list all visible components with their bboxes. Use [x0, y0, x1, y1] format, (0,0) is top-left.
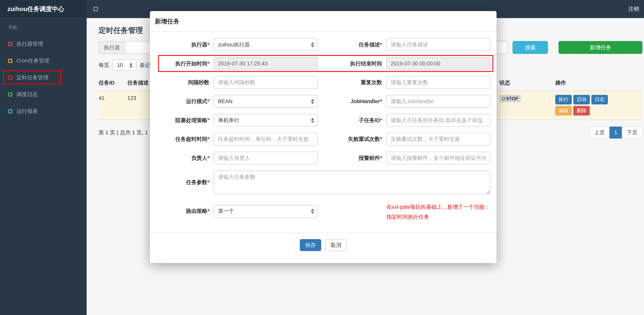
executor-label: 执行器*: [156, 41, 210, 48]
sidebar: 导航 执行器管理 Cron任务管理 定时任务管理 调度日志 运行报表: [0, 18, 87, 315]
sidebar-item-run-report[interactable]: 运行报表: [0, 103, 87, 120]
start-time-label: 执行开始时间*: [156, 60, 210, 67]
app-brand: zuihou任务调度中心: [0, 0, 87, 18]
select-arrows-icon: [311, 42, 314, 47]
sidebar-item-label: 定时任务管理: [16, 74, 48, 81]
sidebar-item-schedule-log[interactable]: 调度日志: [0, 86, 87, 103]
next-page-button[interactable]: 下页: [622, 127, 642, 139]
feature-note-line2: 指定时间执行任务: [386, 212, 490, 222]
logout-link[interactable]: 注销: [628, 6, 639, 13]
alarm-email-label: 报警邮件*: [318, 154, 382, 162]
fail-retry-input[interactable]: [386, 133, 490, 146]
sidebar-item-timed-task-management[interactable]: 定时任务管理: [0, 69, 87, 86]
timeout-input[interactable]: [214, 133, 318, 146]
repeat-input[interactable]: [386, 76, 490, 89]
block-strategy-label: 阻塞处理策略*: [156, 117, 210, 124]
nav-section-label: 导航: [0, 18, 87, 35]
row-actions: 执行 启动 日志 编辑 删除: [555, 95, 613, 116]
sidebar-item-label: 调度日志: [16, 91, 38, 98]
alarm-email-input[interactable]: [386, 152, 490, 164]
job-desc-label: 任务描述*: [318, 41, 382, 48]
col-job-id: 任务ID: [99, 76, 128, 91]
executor-select-value: zuihou执行器: [218, 41, 250, 48]
child-job-id-label: 子任务ID*: [318, 117, 382, 124]
run-mode-select[interactable]: BEAN: [214, 95, 318, 108]
col-status: 状态: [499, 76, 555, 91]
sidebar-item-cron-task-management[interactable]: Cron任务管理: [0, 52, 87, 69]
block-strategy-select-value: 单机串行: [218, 117, 239, 124]
per-page-select[interactable]: 10: [112, 60, 136, 71]
route-strategy-label: 路由策略*: [156, 207, 210, 215]
sidebar-item-label: 执行器管理: [16, 40, 43, 47]
save-button[interactable]: 保存: [300, 239, 321, 251]
job-desc-input[interactable]: [386, 38, 490, 51]
child-job-id-input[interactable]: [386, 114, 490, 127]
feature-note-line1: 在xxl-jobs项目的基础上，新增了一个功能：: [386, 202, 490, 212]
repeat-label: 重复次数: [318, 79, 382, 86]
job-params-textarea[interactable]: [214, 170, 490, 194]
pager: 上页 1 下页: [589, 127, 642, 139]
add-task-button[interactable]: 新增任务: [559, 41, 642, 54]
executor-select[interactable]: zuihou执行器: [214, 38, 318, 51]
pagination-summary: 第 1 页 ( 总共 1 页, 1: [99, 129, 148, 136]
delete-button[interactable]: 删除: [574, 106, 590, 116]
job-handler-label: JobHandler*: [318, 98, 382, 105]
datetime-row: 执行开始时间* 执行结束时间: [156, 57, 490, 70]
sidebar-toggle-icon[interactable]: [94, 7, 98, 11]
sidebar-item-label: Cron任务管理: [16, 57, 49, 64]
run-mode-label: 运行模式*: [156, 98, 210, 105]
owner-input[interactable]: [214, 152, 318, 164]
interval-label: 间隔秒数: [156, 79, 210, 86]
select-arrows-icon: [311, 209, 314, 214]
block-strategy-select[interactable]: 单机串行: [214, 114, 318, 127]
square-icon: [8, 92, 12, 96]
square-icon: [8, 59, 12, 63]
square-icon: [8, 42, 12, 46]
stop-square-icon: [502, 97, 505, 100]
edit-button[interactable]: 编辑: [555, 106, 572, 116]
job-params-label: 任务参数*: [156, 179, 210, 186]
cell-job-id: 41: [99, 91, 128, 120]
square-icon: [8, 109, 12, 113]
select-arrows-icon: [311, 118, 314, 123]
select-arrows-icon: [130, 63, 133, 68]
owner-label: 负责人*: [156, 154, 210, 162]
interval-input[interactable]: [214, 76, 318, 89]
search-button[interactable]: 搜索: [513, 41, 548, 54]
start-button[interactable]: 启动: [574, 95, 590, 105]
modal-title: 新增任务: [150, 11, 496, 32]
run-mode-select-value: BEAN: [218, 98, 232, 105]
modal-body: 执行器* zuihou执行器 任务描述* 执行开始时间* 执行结束时间 间隔秒数…: [150, 32, 496, 222]
modal-footer: 保存 取消: [150, 233, 496, 263]
route-strategy-select-value: 第一个: [218, 207, 234, 215]
status-badge: STOP: [499, 95, 520, 102]
select-arrows-icon: [311, 99, 314, 104]
timeout-label: 任务超时时间*: [156, 135, 210, 143]
end-time-label: 执行结束时间: [318, 60, 382, 67]
cell-actions: 执行 启动 日志 编辑 删除: [555, 91, 642, 120]
fail-retry-label: 失败重试次数*: [318, 135, 382, 143]
start-time-input[interactable]: [214, 57, 318, 70]
sidebar-item-executor-management[interactable]: 执行器管理: [0, 36, 87, 52]
page-1-button[interactable]: 1: [610, 127, 622, 139]
per-page-label: 每页: [99, 61, 109, 69]
sidebar-item-label: 运行报表: [16, 107, 38, 115]
end-time-input[interactable]: [386, 57, 490, 70]
prev-page-button[interactable]: 上页: [589, 127, 610, 139]
log-button[interactable]: 日志: [592, 95, 608, 105]
run-button[interactable]: 执行: [555, 95, 572, 105]
add-task-modal: 新增任务 执行器* zuihou执行器 任务描述* 执行开始时间* 执行结束时间…: [150, 11, 496, 263]
cell-status: STOP: [499, 91, 555, 120]
app-root: zuihou任务调度中心 注销 导航 执行器管理 Cron任务管理 定时任务管理…: [0, 0, 644, 315]
feature-note: 在xxl-jobs项目的基础上，新增了一个功能： 指定时间执行任务: [386, 202, 490, 222]
job-handler-input[interactable]: [386, 95, 490, 108]
route-strategy-select[interactable]: 第一个: [214, 205, 318, 218]
cancel-button[interactable]: 取消: [325, 239, 346, 251]
per-page-value: 10: [117, 62, 123, 68]
executor-filter-label: 执行器: [99, 41, 125, 54]
col-actions: 操作: [555, 76, 642, 91]
square-icon: [8, 76, 12, 80]
status-text: STOP: [506, 96, 518, 101]
